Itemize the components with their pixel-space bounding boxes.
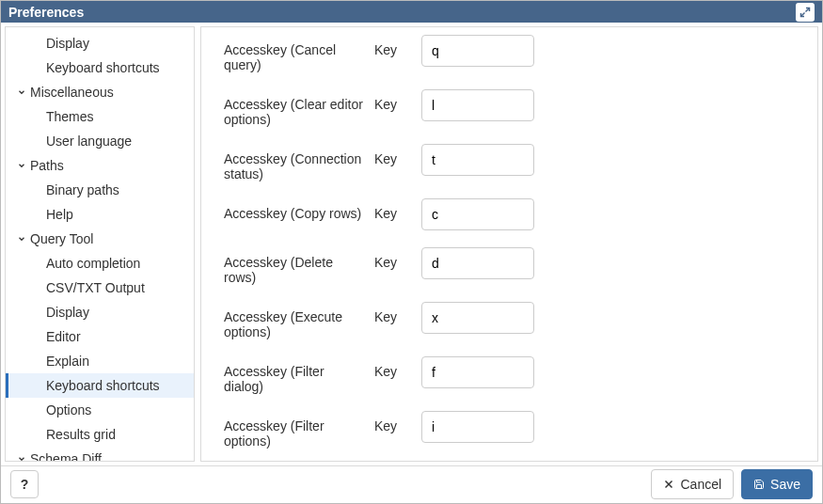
sidebar-item-query-tool-csv-txt-output[interactable]: CSV/TXT Output xyxy=(6,276,194,300)
key-column-label: Key xyxy=(374,144,421,166)
sidebar-group-query-tool: Query ToolAuto completionCSV/TXT OutputD… xyxy=(6,227,194,447)
expand-icon xyxy=(799,7,811,18)
save-icon xyxy=(753,479,765,490)
sidebar-group-miscellaneous: MiscellaneousThemesUser language xyxy=(6,80,194,153)
accesskey-input[interactable] xyxy=(421,247,534,279)
sidebar-group-header-miscellaneous[interactable]: Miscellaneous xyxy=(6,80,194,104)
main-panel[interactable]: Accesskey (Cancel query)KeyAccesskey (Cl… xyxy=(200,26,818,462)
field-label: Accesskey (Connection status) xyxy=(224,144,374,181)
form-row: Accesskey (Delete rows)Key xyxy=(224,247,800,285)
field-label: Accesskey (Clear editor options) xyxy=(224,89,374,127)
sidebar-item-display[interactable]: Display xyxy=(6,31,194,55)
field-label: Accesskey (Execute options) xyxy=(224,302,374,339)
footer: ? Cancel Save xyxy=(1,465,822,503)
key-column-label: Key xyxy=(374,302,421,324)
sidebar[interactable]: DisplayKeyboard shortcutsMiscellaneousTh… xyxy=(5,26,195,462)
sidebar-item-paths-binary-paths[interactable]: Binary paths xyxy=(6,178,194,202)
key-column-label: Key xyxy=(374,35,421,57)
accesskey-input[interactable] xyxy=(421,356,534,388)
save-button[interactable]: Save xyxy=(741,469,813,499)
sidebar-item-keyboard-shortcuts[interactable]: Keyboard shortcuts xyxy=(6,55,194,80)
accesskey-input[interactable] xyxy=(421,89,534,121)
form-row: Accesskey (Copy rows)Key xyxy=(224,198,800,230)
accesskey-input[interactable] xyxy=(421,302,534,334)
chevron-down-icon xyxy=(17,233,26,244)
form-row: Accesskey (Filter dialog)Key xyxy=(224,356,800,394)
preferences-dialog: Preferences DisplayKeyboard shortcutsMis… xyxy=(0,0,823,504)
dialog-title: Preferences xyxy=(8,5,84,20)
field-label: Accesskey (Cancel query) xyxy=(224,35,374,72)
form-row: Accesskey (Execute options)Key xyxy=(224,302,800,339)
sidebar-item-query-tool-auto-completion[interactable]: Auto completion xyxy=(6,251,194,276)
sidebar-group-header-paths[interactable]: Paths xyxy=(6,153,194,178)
sidebar-group-header-schema-diff[interactable]: Schema Diff xyxy=(6,447,194,462)
sidebar-group-paths: PathsBinary pathsHelp xyxy=(6,153,194,227)
accesskey-input[interactable] xyxy=(421,198,534,230)
field-label: Accesskey (Copy rows) xyxy=(224,198,374,221)
help-icon: ? xyxy=(21,477,29,492)
key-column-label: Key xyxy=(374,89,421,112)
accesskey-input[interactable] xyxy=(421,411,534,443)
accesskey-input[interactable] xyxy=(421,35,534,67)
field-label: Accesskey (Filter dialog) xyxy=(224,356,374,394)
cancel-button[interactable]: Cancel xyxy=(651,469,734,499)
sidebar-item-miscellaneous-themes[interactable]: Themes xyxy=(6,104,194,129)
dialog-body: DisplayKeyboard shortcutsMiscellaneousTh… xyxy=(1,23,822,465)
chevron-down-icon xyxy=(17,453,26,462)
sidebar-item-query-tool-display[interactable]: Display xyxy=(6,300,194,324)
sidebar-item-query-tool-explain[interactable]: Explain xyxy=(6,349,194,373)
sidebar-item-query-tool-options[interactable]: Options xyxy=(6,398,194,422)
key-column-label: Key xyxy=(374,198,421,221)
sidebar-group-label: Query Tool xyxy=(30,228,93,249)
form-row: Accesskey (Clear editor options)Key xyxy=(224,89,800,127)
sidebar-item-query-tool-editor[interactable]: Editor xyxy=(6,324,194,349)
field-label: Accesskey (Filter options) xyxy=(224,411,374,449)
sidebar-item-query-tool-keyboard-shortcuts[interactable]: Keyboard shortcuts xyxy=(6,373,194,398)
chevron-down-icon xyxy=(17,87,26,98)
sidebar-item-query-tool-results-grid[interactable]: Results grid xyxy=(6,422,194,447)
cancel-label: Cancel xyxy=(680,477,721,492)
chevron-down-icon xyxy=(17,160,26,171)
sidebar-item-miscellaneous-user-language[interactable]: User language xyxy=(6,129,194,153)
sidebar-group-header-query-tool[interactable]: Query Tool xyxy=(6,227,194,251)
key-column-label: Key xyxy=(374,411,421,433)
sidebar-group-schema-diff: Schema DiffDisplay xyxy=(6,447,194,462)
close-icon xyxy=(663,479,674,490)
form-row: Accesskey (Filter options)Key xyxy=(224,411,800,449)
sidebar-item-paths-help[interactable]: Help xyxy=(6,202,194,227)
expand-button[interactable] xyxy=(796,3,815,22)
footer-right: Cancel Save xyxy=(651,469,813,499)
sidebar-group-label: Miscellaneous xyxy=(30,82,114,102)
form-row: Accesskey (Connection status)Key xyxy=(224,144,800,181)
sidebar-group-label: Schema Diff xyxy=(30,449,102,462)
sidebar-group-label: Paths xyxy=(30,155,64,176)
titlebar: Preferences xyxy=(1,1,822,23)
field-label: Accesskey (Delete rows) xyxy=(224,247,374,285)
save-label: Save xyxy=(770,477,800,492)
key-column-label: Key xyxy=(374,356,421,379)
accesskey-input[interactable] xyxy=(421,144,534,176)
form-row: Accesskey (Cancel query)Key xyxy=(224,35,800,72)
help-button[interactable]: ? xyxy=(10,470,39,498)
key-column-label: Key xyxy=(374,247,421,270)
